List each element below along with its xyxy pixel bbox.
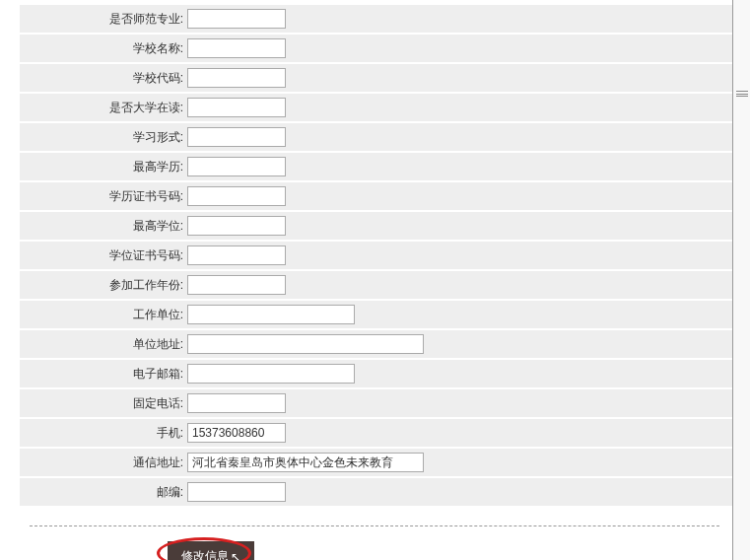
input-degree-cert-no[interactable] [187, 245, 286, 265]
input-school-code[interactable] [187, 68, 286, 88]
row-highest-degree: 最高学位 [20, 212, 739, 240]
cursor-icon: ↖ [231, 550, 240, 561]
input-unit-address[interactable] [187, 334, 424, 354]
label-education-cert-no: 学历证书号码 [20, 188, 187, 205]
label-highest-education: 最高学历 [20, 159, 187, 175]
button-area: 修改信息 ↖ [168, 541, 750, 560]
row-school-name: 学校名称 [20, 35, 739, 62]
row-mail-address: 通信地址 [20, 449, 739, 476]
right-border [732, 0, 750, 560]
label-email: 电子邮箱 [20, 366, 187, 383]
row-study-form: 学习形式 [20, 123, 739, 151]
label-unit-address: 单位地址 [20, 336, 187, 353]
row-degree-cert-no: 学位证书号码 [20, 242, 739, 269]
label-is-university-current: 是否大学在读 [20, 100, 187, 116]
input-highest-education[interactable] [187, 157, 286, 176]
label-study-form: 学习形式 [20, 129, 187, 146]
row-school-code: 学校代码 [20, 64, 739, 92]
row-highest-education: 最高学历 [20, 153, 739, 180]
row-email: 电子邮箱 [20, 360, 739, 387]
row-is-university-current: 是否大学在读 [20, 94, 739, 121]
form-area: 是否师范专业 学校名称 学校代码 是否大学在读 学习形式 最高学历 学历证书号码 [20, 0, 739, 506]
label-postcode: 邮编 [20, 484, 187, 501]
label-mobile: 手机 [20, 425, 187, 442]
row-postcode: 邮编 [20, 478, 739, 506]
label-mail-address: 通信地址 [20, 455, 187, 471]
label-work-start-year: 参加工作年份 [20, 277, 187, 294]
label-highest-degree: 最高学位 [20, 218, 187, 235]
row-work-start-year: 参加工作年份 [20, 271, 739, 299]
input-email[interactable] [187, 364, 355, 384]
input-mail-address[interactable] [187, 453, 424, 472]
right-marker-icon [736, 91, 748, 97]
input-fixed-phone[interactable] [187, 393, 286, 413]
input-highest-degree[interactable] [187, 216, 286, 236]
input-education-cert-no[interactable] [187, 186, 286, 206]
label-is-normal-major: 是否师范专业 [20, 11, 187, 28]
submit-label: 修改信息 [181, 548, 229, 560]
row-unit-address: 单位地址 [20, 330, 739, 358]
label-fixed-phone: 固定电话 [20, 395, 187, 412]
row-fixed-phone: 固定电话 [20, 389, 739, 417]
row-education-cert-no: 学历证书号码 [20, 182, 739, 210]
input-study-form[interactable] [187, 127, 286, 147]
modify-info-button[interactable]: 修改信息 ↖ [168, 541, 254, 560]
label-work-unit: 工作单位 [20, 307, 187, 323]
label-school-code: 学校代码 [20, 70, 187, 87]
row-is-normal-major: 是否师范专业 [20, 5, 739, 33]
divider [30, 525, 719, 526]
input-is-university-current[interactable] [187, 98, 286, 117]
input-work-start-year[interactable] [187, 275, 286, 295]
row-mobile: 手机 [20, 419, 739, 447]
input-mobile[interactable] [187, 423, 286, 443]
input-work-unit[interactable] [187, 305, 355, 324]
input-is-normal-major[interactable] [187, 9, 286, 29]
page-container: 是否师范专业 学校名称 学校代码 是否大学在读 学习形式 最高学历 学历证书号码 [0, 0, 750, 560]
label-school-name: 学校名称 [20, 40, 187, 57]
input-school-name[interactable] [187, 38, 286, 58]
input-postcode[interactable] [187, 482, 286, 502]
row-work-unit: 工作单位 [20, 301, 739, 328]
label-degree-cert-no: 学位证书号码 [20, 247, 187, 264]
